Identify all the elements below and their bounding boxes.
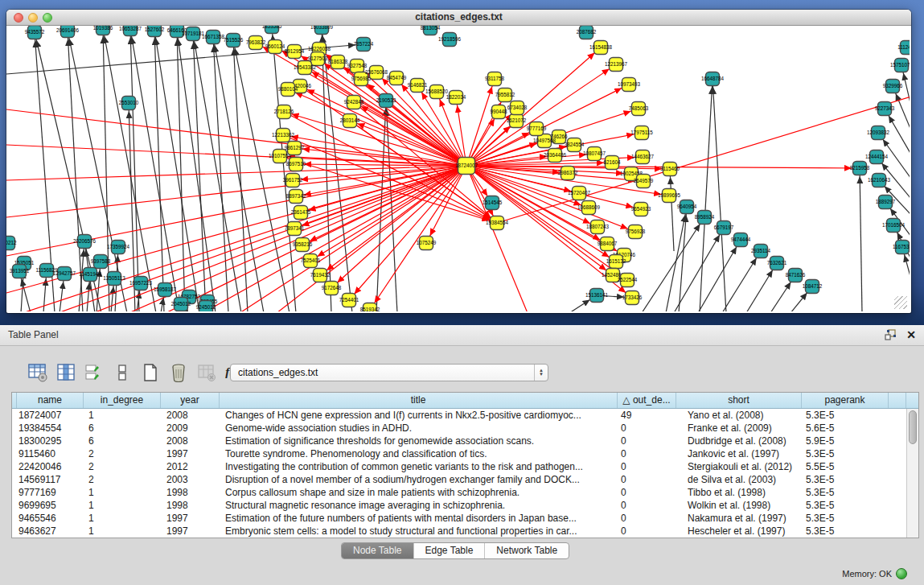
table-cell[interactable]: 14569117 bbox=[17, 473, 84, 486]
scrollbar-thumb[interactable] bbox=[909, 410, 917, 444]
table-cell[interactable]: 22420046 bbox=[17, 460, 84, 473]
column-header-pagerank[interactable]: pagerank bbox=[802, 393, 889, 408]
dropdown-stepper-icon[interactable]: ▲▼ bbox=[534, 365, 548, 381]
delete-column-icon[interactable] bbox=[168, 362, 188, 382]
close-panel-icon[interactable]: ✕ bbox=[906, 328, 916, 341]
table-cell[interactable]: 5.6E-5 bbox=[802, 422, 889, 435]
table-cell[interactable]: Stergiakouli et al. (2012) bbox=[676, 460, 802, 473]
tab-edge-table[interactable]: Edge Table bbox=[414, 543, 486, 558]
new-column-icon[interactable] bbox=[140, 362, 160, 382]
table-cell[interactable]: 1 bbox=[84, 525, 161, 538]
table-row[interactable]: 1872400712008Changes of HCN gene express… bbox=[12, 409, 918, 422]
table-row[interactable]: 946554611997Estimation of the future num… bbox=[12, 512, 918, 525]
table-cell[interactable]: 0 bbox=[618, 447, 676, 460]
show-columns-icon[interactable] bbox=[55, 362, 76, 382]
table-row[interactable]: 2242004622012Investigating the contribut… bbox=[12, 460, 918, 473]
tab-network-table[interactable]: Network Table bbox=[485, 543, 569, 558]
table-cell[interactable]: 5.3E-5 bbox=[802, 486, 889, 499]
table-cell[interactable]: 0 bbox=[618, 525, 676, 538]
table-cell[interactable]: 1998 bbox=[161, 486, 220, 499]
table-cell[interactable]: 5.9E-5 bbox=[802, 435, 889, 447]
table-row[interactable]: 946362711997Embryonic stem cells: a mode… bbox=[12, 525, 918, 538]
table-cell[interactable]: 5.3E-5 bbox=[802, 409, 889, 422]
table-panel-titlebar[interactable]: Table Panel ✕ bbox=[0, 325, 924, 346]
table-cell[interactable]: Disruption of a novel member of a sodium… bbox=[220, 473, 618, 486]
table-cell[interactable]: 2012 bbox=[161, 460, 220, 473]
table-cell[interactable]: 5.3E-5 bbox=[802, 525, 889, 538]
float-panel-icon[interactable] bbox=[885, 329, 897, 340]
table-cell[interactable]: Jankovic et al. (1997) bbox=[676, 447, 802, 460]
table-cell[interactable]: 0 bbox=[618, 486, 676, 499]
row-height-icon[interactable] bbox=[112, 362, 132, 382]
table-cell[interactable]: 18724007 bbox=[17, 409, 84, 422]
network-graph-canvas[interactable]: 1872400794355722069140610193861065328715… bbox=[6, 26, 910, 311]
column-header-year[interactable]: year bbox=[161, 393, 220, 408]
table-cell[interactable]: 9463627 bbox=[17, 525, 84, 538]
table-cell[interactable]: Yano et al. (2008) bbox=[676, 409, 802, 422]
delete-table-icon-disabled[interactable] bbox=[196, 362, 216, 382]
table-cell[interactable]: 5.5E-5 bbox=[802, 460, 889, 473]
table-cell[interactable]: Genome-wide association studies in ADHD. bbox=[220, 422, 618, 435]
table-cell[interactable]: 49 bbox=[618, 409, 676, 422]
table-cell[interactable]: Embryonic stem cells: a model to study s… bbox=[220, 525, 618, 538]
table-cell[interactable]: 9465546 bbox=[17, 512, 84, 525]
table-cell[interactable]: Estimation of the future numbers of pati… bbox=[220, 512, 618, 525]
table-cell[interactable]: 9699695 bbox=[17, 499, 84, 512]
table-row[interactable]: 977716911998Corpus callosum shape and si… bbox=[12, 486, 918, 499]
column-header-name[interactable]: name bbox=[17, 393, 84, 408]
table-cell[interactable]: 5.3E-5 bbox=[802, 447, 889, 460]
table-cell[interactable]: 0 bbox=[618, 460, 676, 473]
table-cell[interactable]: 9777169 bbox=[17, 486, 84, 499]
table-cell[interactable]: 2008 bbox=[161, 435, 220, 447]
table-cell[interactable]: 5.3E-5 bbox=[802, 512, 889, 525]
table-cell[interactable]: Franke et al. (2009) bbox=[676, 422, 802, 435]
table-cell[interactable]: 1 bbox=[84, 499, 161, 512]
column-header-in_degree[interactable]: in_degree bbox=[84, 393, 161, 408]
column-header-out_de[interactable]: △ out_de... bbox=[618, 393, 676, 408]
table-cell[interactable]: Nakamura et al. (1997) bbox=[676, 512, 802, 525]
table-cell[interactable]: 0 bbox=[618, 435, 676, 447]
table-cell[interactable]: 9115460 bbox=[17, 447, 84, 460]
table-cell[interactable]: 1 bbox=[84, 409, 161, 422]
table-cell[interactable]: Corpus callosum shape and size in male p… bbox=[220, 486, 618, 499]
column-header-title[interactable]: title bbox=[220, 393, 618, 408]
table-cell[interactable]: Hescheler et al. (1997) bbox=[676, 525, 802, 538]
table-cell[interactable]: 2 bbox=[84, 460, 161, 473]
window-resize-grip[interactable] bbox=[894, 296, 907, 309]
table-cell[interactable]: 0 bbox=[618, 499, 676, 512]
table-cell[interactable]: Structural magnetic resonance image aver… bbox=[220, 499, 618, 512]
table-cell[interactable]: 1997 bbox=[161, 512, 220, 525]
table-cell[interactable]: 1997 bbox=[161, 447, 220, 460]
table-vertical-scrollbar[interactable] bbox=[906, 409, 918, 538]
table-cell[interactable]: 1998 bbox=[161, 499, 220, 512]
table-cell[interactable]: 2 bbox=[84, 447, 161, 460]
table-cell[interactable]: Estimation of significance thresholds fo… bbox=[220, 435, 618, 447]
table-cell[interactable]: 0 bbox=[618, 512, 676, 525]
table-cell[interactable]: 18300295 bbox=[17, 435, 84, 447]
table-cell[interactable]: 0 bbox=[618, 473, 676, 486]
column-checklist-icon[interactable] bbox=[84, 362, 104, 382]
table-cell[interactable]: 1997 bbox=[161, 525, 220, 538]
table-selector-dropdown[interactable]: citations_edges.txt ▲▼ bbox=[230, 364, 548, 381]
table-row[interactable]: 1830029562008Estimation of significance … bbox=[12, 435, 918, 447]
table-cell[interactable]: 1 bbox=[84, 486, 161, 499]
table-cell[interactable]: Changes of HCN gene expression and I(f) … bbox=[220, 409, 618, 422]
table-row[interactable]: 1456911722003Disruption of a novel membe… bbox=[12, 473, 918, 486]
table-row[interactable]: 969969511998Structural magnetic resonanc… bbox=[12, 499, 918, 512]
table-cell[interactable]: 1 bbox=[84, 512, 161, 525]
table-cell[interactable]: 19384554 bbox=[17, 422, 84, 435]
table-cell[interactable]: Tourette syndrome. Phenomenology and cla… bbox=[220, 447, 618, 460]
table-mode-icon[interactable] bbox=[27, 362, 47, 382]
citation-network-graph[interactable]: 1872400794355722069140610193861065328715… bbox=[6, 26, 910, 311]
network-view-window[interactable]: citations_edges.txt 18724007943557220691… bbox=[6, 10, 911, 313]
table-cell[interactable]: 2009 bbox=[161, 422, 220, 435]
table-cell[interactable]: 6 bbox=[84, 422, 161, 435]
table-cell[interactable]: 5.3E-5 bbox=[802, 473, 889, 486]
tab-node-table[interactable]: Node Table bbox=[342, 543, 414, 558]
table-cell[interactable]: 0 bbox=[618, 422, 676, 435]
table-cell[interactable]: Wolkin et al. (1998) bbox=[676, 499, 802, 512]
table-cell[interactable]: 6 bbox=[84, 435, 161, 447]
table-cell[interactable]: de Silva et al. (2003) bbox=[676, 473, 802, 486]
table-row[interactable]: 911546021997Tourette syndrome. Phenomeno… bbox=[12, 447, 918, 460]
table-cell[interactable]: 5.3E-5 bbox=[802, 499, 889, 512]
